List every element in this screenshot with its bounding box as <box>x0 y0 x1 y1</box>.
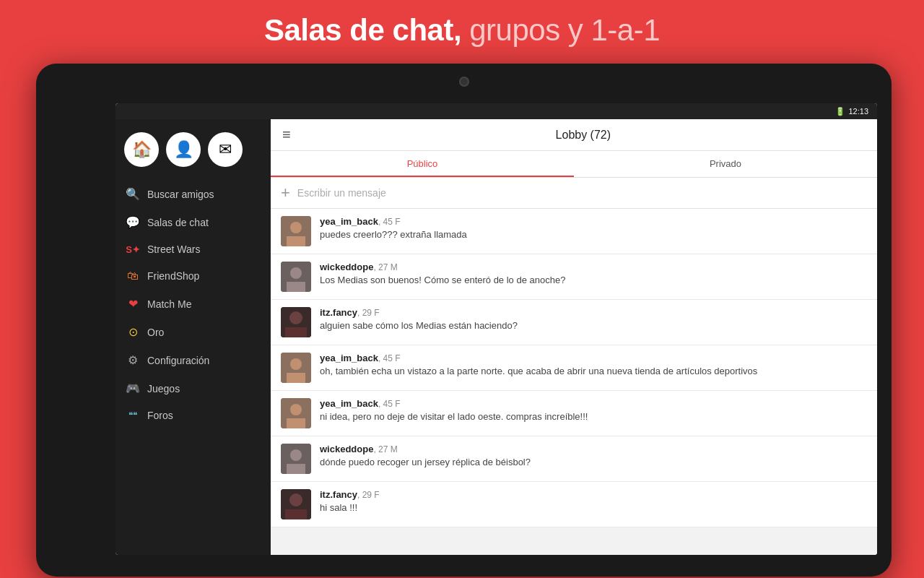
friendshop-icon: 🛍 <box>126 269 140 282</box>
sidebar-item-juegos[interactable]: 🎮 Juegos <box>116 374 271 402</box>
sidebar-item-street-wars[interactable]: S✦ Street Wars <box>116 236 271 262</box>
message-placeholder-text[interactable]: Escribir un mensaje <box>297 187 867 199</box>
msg-username: yea_im_back, 45 F <box>320 216 867 227</box>
msg-body: itz.fancy, 29 F alguien sabe cómo los Me… <box>320 307 867 332</box>
svg-rect-14 <box>287 418 305 428</box>
match-me-icon: ❤ <box>126 297 140 311</box>
msg-text: puedes creerlo??? extraña llamada <box>320 228 867 241</box>
hamburger-icon[interactable]: ≡ <box>282 126 291 143</box>
svg-point-7 <box>289 311 302 324</box>
msg-text: dónde puedo recoger un jersey réplica de… <box>320 456 867 469</box>
title-bold: Salas de chat, <box>264 13 461 47</box>
msg-text: alguien sabe cómo los Medias están hacie… <box>320 319 867 332</box>
msg-body: wickeddope, 27 M Los Medias son buenos! … <box>320 262 867 287</box>
chat-message: wickeddope, 27 M Los Medias son buenos! … <box>271 254 877 300</box>
time: 12:13 <box>848 107 868 116</box>
msg-username: wickeddope, 27 M <box>320 262 867 272</box>
tablet-frame: 🔋 12:13 🏠 👤 ✉ 🔍 Buscar amigos 💬 Salas de… <box>36 64 892 577</box>
msg-username: yea_im_back, 45 F <box>320 398 867 409</box>
avatar <box>281 216 311 246</box>
svg-point-10 <box>290 358 302 370</box>
chat-list: yea_im_back, 45 F puedes creerlo??? extr… <box>271 209 877 555</box>
screen: 🏠 👤 ✉ 🔍 Buscar amigos 💬 Salas de chat S✦… <box>116 103 877 555</box>
msg-body: itz.fancy, 29 F hi sala !!! <box>320 489 867 514</box>
sidebar-label-configuracion: Configuración <box>147 355 209 366</box>
oro-icon: ⊙ <box>126 325 140 339</box>
svg-rect-11 <box>287 373 305 383</box>
sidebar-label-buscar-amigos: Buscar amigos <box>147 189 214 200</box>
avatar <box>281 262 311 292</box>
sidebar-item-foros[interactable]: ❝❝ Foros <box>116 402 271 428</box>
msg-username: wickeddope, 27 M <box>320 444 867 454</box>
forums-icon: ❝❝ <box>126 410 140 420</box>
sidebar-icon-row: 🏠 👤 ✉ <box>116 125 271 177</box>
tabs-row: Público Privado <box>271 151 877 178</box>
sidebar-label-friendshop: FriendShop <box>147 270 199 282</box>
games-icon: 🎮 <box>126 381 140 395</box>
avatar <box>281 307 311 337</box>
chat-icon: 💬 <box>126 215 140 229</box>
svg-point-19 <box>289 493 302 506</box>
svg-point-16 <box>290 449 302 461</box>
plus-button[interactable]: + <box>281 184 290 202</box>
msg-username: itz.fancy, 29 F <box>320 307 867 318</box>
svg-point-1 <box>290 222 302 233</box>
status-bar: 🔋 12:13 <box>116 103 877 119</box>
msg-username: itz.fancy, 29 F <box>320 489 867 500</box>
sidebar-item-oro[interactable]: ⊙ Oro <box>116 318 271 346</box>
msg-text: Los Medias son buenos! Cómo se enteró de… <box>320 274 867 287</box>
tab-publico[interactable]: Público <box>271 151 574 177</box>
sidebar-item-configuracion[interactable]: ⚙ Configuración <box>116 346 271 374</box>
sidebar-label-juegos: Juegos <box>147 383 180 394</box>
msg-text: oh, también echa un vistazo a la parte n… <box>320 365 867 378</box>
message-input-bar: + Escribir un mensaje <box>271 178 877 209</box>
svg-rect-17 <box>287 464 305 474</box>
svg-rect-20 <box>285 509 307 519</box>
tab-publico-label: Público <box>407 158 438 169</box>
title-light: grupos y 1-a-1 <box>461 13 660 47</box>
svg-point-4 <box>290 267 302 279</box>
msg-text: ni idea, pero no deje de visitar el lado… <box>320 410 867 423</box>
sidebar-label-salas-de-chat: Salas de chat <box>147 217 209 228</box>
config-icon: ⚙ <box>126 353 140 367</box>
sidebar-item-friendshop[interactable]: 🛍 FriendShop <box>116 262 271 290</box>
msg-body: yea_im_back, 45 F oh, también echa un vi… <box>320 353 867 378</box>
svg-rect-8 <box>285 327 307 337</box>
page-title-area: Salas de chat, grupos y 1-a-1 <box>0 0 924 58</box>
topbar-title: Lobby (72) <box>301 129 866 142</box>
avatar <box>281 489 311 519</box>
chat-message: itz.fancy, 29 F alguien sabe cómo los Me… <box>271 300 877 345</box>
tab-privado[interactable]: Privado <box>574 151 877 177</box>
profile-icon[interactable]: 👤 <box>166 132 201 167</box>
sidebar-nav: 🔍 Buscar amigos 💬 Salas de chat S✦ Stree… <box>116 177 271 555</box>
street-wars-icon: S✦ <box>126 244 140 255</box>
msg-body: yea_im_back, 45 F puedes creerlo??? extr… <box>320 216 867 241</box>
msg-text: hi sala !!! <box>320 501 867 514</box>
sidebar-item-salas-de-chat[interactable]: 💬 Salas de chat <box>116 208 271 236</box>
chat-message: yea_im_back, 45 F oh, también echa un vi… <box>271 345 877 391</box>
sidebar-item-buscar-amigos[interactable]: 🔍 Buscar amigos <box>116 180 271 208</box>
sidebar: 🏠 👤 ✉ 🔍 Buscar amigos 💬 Salas de chat S✦… <box>116 119 271 555</box>
sidebar-label-street-wars: Street Wars <box>147 243 200 255</box>
chat-message: wickeddope, 27 M dónde puedo recoger un … <box>271 436 877 482</box>
chat-message: yea_im_back, 45 F puedes creerlo??? extr… <box>271 209 877 254</box>
tab-privado-label: Privado <box>710 158 741 169</box>
avatar <box>281 353 311 383</box>
sidebar-label-foros: Foros <box>147 410 173 421</box>
home-icon[interactable]: 🏠 <box>124 132 159 167</box>
msg-body: wickeddope, 27 M dónde puedo recoger un … <box>320 444 867 469</box>
main-content: ≡ Lobby (72) Público Privado + Escribir … <box>271 119 877 555</box>
msg-username: yea_im_back, 45 F <box>320 353 867 363</box>
svg-point-13 <box>290 404 302 415</box>
avatar <box>281 444 311 474</box>
topbar: ≡ Lobby (72) <box>271 119 877 151</box>
avatar <box>281 398 311 428</box>
svg-rect-2 <box>287 236 305 246</box>
battery-icon: 🔋 <box>835 107 845 116</box>
mail-icon[interactable]: ✉ <box>208 132 243 167</box>
chat-message: itz.fancy, 29 F hi sala !!! <box>271 482 877 527</box>
sidebar-label-match-me: Match Me <box>147 298 191 310</box>
sidebar-item-match-me[interactable]: ❤ Match Me <box>116 290 271 318</box>
search-icon: 🔍 <box>126 187 140 201</box>
sidebar-label-oro: Oro <box>147 327 164 338</box>
